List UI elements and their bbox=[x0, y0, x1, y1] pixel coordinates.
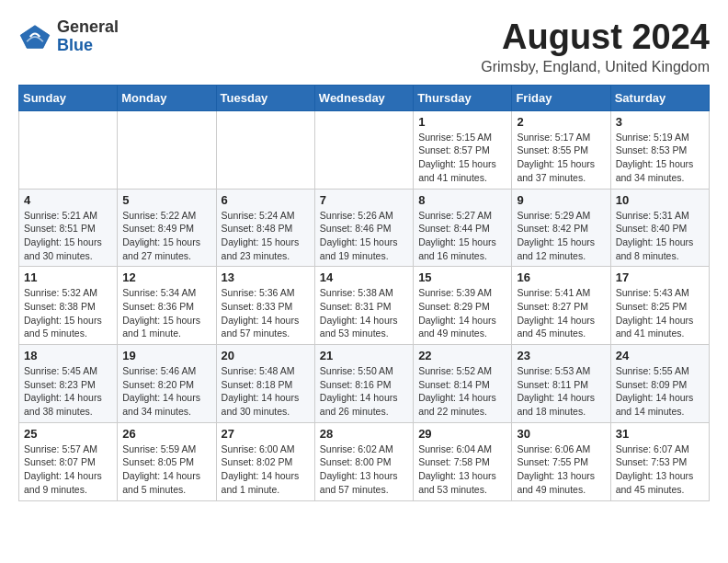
day-number: 10 bbox=[616, 193, 704, 207]
day-number: 13 bbox=[222, 270, 310, 284]
calendar-cell: 2Sunrise: 5:17 AMSunset: 8:55 PMDaylight… bbox=[512, 110, 610, 189]
day-number: 7 bbox=[320, 193, 408, 207]
calendar-cell: 30Sunrise: 6:06 AMSunset: 7:55 PMDayligh… bbox=[512, 422, 610, 500]
day-info: Sunrise: 5:32 AMSunset: 8:38 PMDaylight:… bbox=[24, 286, 112, 340]
calendar-cell: 5Sunrise: 5:22 AMSunset: 8:49 PMDaylight… bbox=[118, 189, 216, 267]
day-info: Sunrise: 5:50 AMSunset: 8:16 PMDaylight:… bbox=[320, 364, 408, 419]
calendar-cell: 20Sunrise: 5:48 AMSunset: 8:18 PMDayligh… bbox=[216, 345, 314, 423]
calendar-cell: 12Sunrise: 5:34 AMSunset: 8:36 PMDayligh… bbox=[118, 267, 216, 345]
calendar-header: Sunday Monday Tuesday Wednesday Thursday… bbox=[19, 85, 710, 110]
day-number: 31 bbox=[616, 427, 704, 441]
calendar-cell: 27Sunrise: 6:00 AMSunset: 8:02 PMDayligh… bbox=[216, 422, 314, 500]
day-info: Sunrise: 5:57 AMSunset: 8:07 PMDaylight:… bbox=[24, 442, 112, 497]
calendar-cell: 15Sunrise: 5:39 AMSunset: 8:29 PMDayligh… bbox=[414, 267, 512, 345]
day-info: Sunrise: 6:00 AMSunset: 8:02 PMDaylight:… bbox=[222, 442, 310, 497]
day-number: 14 bbox=[320, 270, 408, 284]
day-number: 25 bbox=[24, 427, 112, 441]
day-number: 9 bbox=[517, 193, 605, 207]
calendar-cell: 16Sunrise: 5:41 AMSunset: 8:27 PMDayligh… bbox=[512, 267, 610, 345]
calendar-body: 1Sunrise: 5:15 AMSunset: 8:57 PMDaylight… bbox=[19, 110, 710, 500]
col-sunday: Sunday bbox=[19, 85, 118, 110]
day-info: Sunrise: 5:45 AMSunset: 8:23 PMDaylight:… bbox=[24, 364, 112, 419]
col-monday: Monday bbox=[118, 85, 216, 110]
col-tuesday: Tuesday bbox=[216, 85, 314, 110]
day-number: 5 bbox=[122, 193, 210, 207]
day-number: 1 bbox=[418, 115, 506, 129]
location-subtitle: Grimsby, England, United Kingdom bbox=[481, 59, 710, 75]
col-friday: Friday bbox=[512, 85, 610, 110]
day-info: Sunrise: 5:59 AMSunset: 8:05 PMDaylight:… bbox=[122, 442, 210, 497]
calendar-week-3: 11Sunrise: 5:32 AMSunset: 8:38 PMDayligh… bbox=[19, 267, 710, 345]
day-info: Sunrise: 5:46 AMSunset: 8:20 PMDaylight:… bbox=[122, 364, 210, 419]
calendar-cell: 31Sunrise: 6:07 AMSunset: 7:53 PMDayligh… bbox=[610, 422, 709, 500]
calendar-cell bbox=[216, 110, 314, 189]
day-info: Sunrise: 5:48 AMSunset: 8:18 PMDaylight:… bbox=[222, 364, 310, 419]
day-info: Sunrise: 5:15 AMSunset: 8:57 PMDaylight:… bbox=[418, 131, 506, 185]
day-number: 18 bbox=[24, 349, 112, 362]
day-number: 28 bbox=[320, 427, 408, 441]
calendar-cell: 29Sunrise: 6:04 AMSunset: 7:58 PMDayligh… bbox=[414, 422, 512, 500]
day-info: Sunrise: 5:36 AMSunset: 8:33 PMDaylight:… bbox=[222, 286, 310, 340]
logo-blue: Blue bbox=[57, 36, 93, 54]
calendar-cell: 28Sunrise: 6:02 AMSunset: 8:00 PMDayligh… bbox=[314, 422, 413, 500]
calendar-cell: 22Sunrise: 5:52 AMSunset: 8:14 PMDayligh… bbox=[414, 345, 512, 423]
calendar-cell: 24Sunrise: 5:55 AMSunset: 8:09 PMDayligh… bbox=[610, 345, 709, 423]
day-number: 8 bbox=[418, 193, 506, 207]
days-of-week-row: Sunday Monday Tuesday Wednesday Thursday… bbox=[19, 85, 710, 110]
day-number: 2 bbox=[517, 115, 605, 129]
calendar-cell: 7Sunrise: 5:26 AMSunset: 8:46 PMDaylight… bbox=[314, 189, 413, 267]
day-number: 27 bbox=[222, 427, 310, 441]
calendar-cell: 25Sunrise: 5:57 AMSunset: 8:07 PMDayligh… bbox=[19, 422, 118, 500]
day-info: Sunrise: 5:31 AMSunset: 8:40 PMDaylight:… bbox=[616, 209, 704, 263]
calendar-cell: 8Sunrise: 5:27 AMSunset: 8:44 PMDaylight… bbox=[414, 189, 512, 267]
logo-general: General bbox=[57, 17, 119, 36]
day-number: 20 bbox=[222, 349, 310, 362]
day-number: 29 bbox=[418, 427, 506, 441]
day-info: Sunrise: 6:02 AMSunset: 8:00 PMDaylight:… bbox=[320, 442, 408, 497]
title-block: August 2024 Grimsby, England, United Kin… bbox=[481, 18, 710, 75]
day-number: 24 bbox=[616, 349, 704, 362]
day-info: Sunrise: 6:07 AMSunset: 7:53 PMDaylight:… bbox=[616, 442, 704, 497]
calendar-table: Sunday Monday Tuesday Wednesday Thursday… bbox=[18, 85, 710, 501]
calendar-cell bbox=[314, 110, 413, 189]
calendar-cell: 3Sunrise: 5:19 AMSunset: 8:53 PMDaylight… bbox=[610, 110, 709, 189]
day-info: Sunrise: 5:27 AMSunset: 8:44 PMDaylight:… bbox=[418, 209, 506, 263]
day-info: Sunrise: 5:55 AMSunset: 8:09 PMDaylight:… bbox=[616, 364, 704, 419]
col-thursday: Thursday bbox=[414, 85, 512, 110]
calendar-cell: 11Sunrise: 5:32 AMSunset: 8:38 PMDayligh… bbox=[19, 267, 118, 345]
page-header: General Blue August 2024 Grimsby, Englan… bbox=[18, 18, 710, 75]
day-info: Sunrise: 5:26 AMSunset: 8:46 PMDaylight:… bbox=[320, 209, 408, 263]
day-info: Sunrise: 5:38 AMSunset: 8:31 PMDaylight:… bbox=[320, 286, 408, 340]
calendar-week-4: 18Sunrise: 5:45 AMSunset: 8:23 PMDayligh… bbox=[19, 345, 710, 423]
day-info: Sunrise: 5:53 AMSunset: 8:11 PMDaylight:… bbox=[517, 364, 605, 419]
calendar-week-5: 25Sunrise: 5:57 AMSunset: 8:07 PMDayligh… bbox=[19, 422, 710, 500]
day-info: Sunrise: 5:24 AMSunset: 8:48 PMDaylight:… bbox=[222, 209, 310, 263]
col-saturday: Saturday bbox=[610, 85, 709, 110]
calendar-cell: 23Sunrise: 5:53 AMSunset: 8:11 PMDayligh… bbox=[512, 345, 610, 423]
day-info: Sunrise: 5:19 AMSunset: 8:53 PMDaylight:… bbox=[616, 131, 704, 185]
day-number: 4 bbox=[24, 193, 112, 207]
day-number: 16 bbox=[517, 270, 605, 284]
calendar-week-1: 1Sunrise: 5:15 AMSunset: 8:57 PMDaylight… bbox=[19, 110, 710, 189]
day-number: 26 bbox=[122, 427, 210, 441]
calendar-cell: 21Sunrise: 5:50 AMSunset: 8:16 PMDayligh… bbox=[314, 345, 413, 423]
day-info: Sunrise: 5:29 AMSunset: 8:42 PMDaylight:… bbox=[517, 209, 605, 263]
calendar-cell: 9Sunrise: 5:29 AMSunset: 8:42 PMDaylight… bbox=[512, 189, 610, 267]
calendar-cell: 1Sunrise: 5:15 AMSunset: 8:57 PMDaylight… bbox=[414, 110, 512, 189]
day-info: Sunrise: 6:06 AMSunset: 7:55 PMDaylight:… bbox=[517, 442, 605, 497]
day-info: Sunrise: 5:17 AMSunset: 8:55 PMDaylight:… bbox=[517, 131, 605, 185]
calendar-cell: 10Sunrise: 5:31 AMSunset: 8:40 PMDayligh… bbox=[610, 189, 709, 267]
calendar-cell: 19Sunrise: 5:46 AMSunset: 8:20 PMDayligh… bbox=[118, 345, 216, 423]
day-number: 11 bbox=[24, 270, 112, 284]
day-number: 30 bbox=[517, 427, 605, 441]
day-number: 17 bbox=[616, 270, 704, 284]
logo: General Blue bbox=[18, 18, 119, 55]
calendar-cell: 4Sunrise: 5:21 AMSunset: 8:51 PMDaylight… bbox=[19, 189, 118, 267]
day-number: 15 bbox=[418, 270, 506, 284]
logo-icon bbox=[18, 24, 51, 50]
day-number: 6 bbox=[222, 193, 310, 207]
day-number: 12 bbox=[122, 270, 210, 284]
day-info: Sunrise: 5:41 AMSunset: 8:27 PMDaylight:… bbox=[517, 286, 605, 340]
day-info: Sunrise: 5:43 AMSunset: 8:25 PMDaylight:… bbox=[616, 286, 704, 340]
calendar-cell: 18Sunrise: 5:45 AMSunset: 8:23 PMDayligh… bbox=[19, 345, 118, 423]
